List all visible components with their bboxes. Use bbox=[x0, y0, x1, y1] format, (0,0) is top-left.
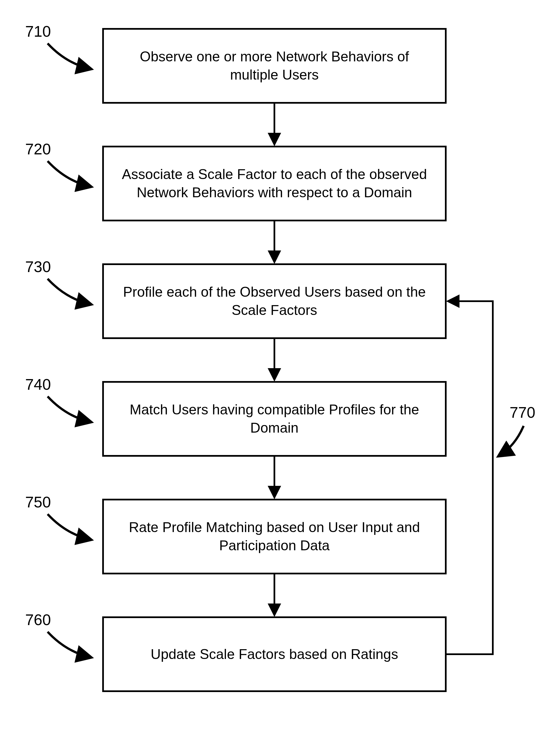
step-label-760: 760 bbox=[25, 611, 51, 629]
label-pointer-710 bbox=[47, 43, 90, 69]
label-pointer-720 bbox=[47, 161, 90, 186]
step-box-760: Update Scale Factors based on Ratings bbox=[102, 616, 447, 692]
step-label-740: 740 bbox=[25, 376, 51, 393]
label-pointer-730 bbox=[47, 279, 90, 304]
step-box-710: Observe one or more Network Behaviors of… bbox=[102, 28, 447, 104]
step-text: Associate a Scale Factor to each of the … bbox=[115, 165, 434, 202]
step-text: Update Scale Factors based on Ratings bbox=[151, 645, 398, 663]
step-label-710: 710 bbox=[25, 23, 51, 40]
step-label-720: 720 bbox=[25, 140, 51, 158]
step-label-730: 730 bbox=[25, 258, 51, 276]
step-text: Match Users having compatible Profiles f… bbox=[115, 401, 434, 437]
step-text: Observe one or more Network Behaviors of… bbox=[115, 47, 434, 84]
label-pointer-770 bbox=[500, 426, 524, 455]
label-pointer-760 bbox=[47, 632, 90, 657]
step-box-750: Rate Profile Matching based on User Inpu… bbox=[102, 499, 447, 574]
label-pointer-740 bbox=[47, 396, 90, 422]
step-label-750: 750 bbox=[25, 493, 51, 511]
step-box-740: Match Users having compatible Profiles f… bbox=[102, 381, 447, 457]
step-text: Profile each of the Observed Users based… bbox=[115, 283, 434, 319]
step-text: Rate Profile Matching based on User Inpu… bbox=[115, 518, 434, 555]
step-box-720: Associate a Scale Factor to each of the … bbox=[102, 146, 447, 221]
step-box-730: Profile each of the Observed Users based… bbox=[102, 263, 447, 339]
feedback-label-770: 770 bbox=[510, 403, 535, 421]
flowchart-canvas: Observe one or more Network Behaviors of… bbox=[0, 0, 560, 745]
label-pointer-750 bbox=[47, 514, 90, 539]
edge-feedback-760-730 bbox=[447, 301, 493, 654]
